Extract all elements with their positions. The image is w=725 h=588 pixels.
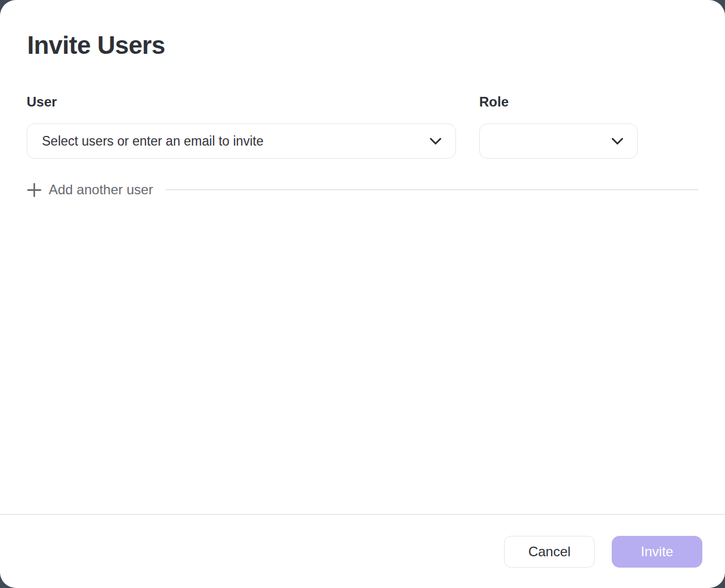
invite-users-modal: Invite Users User Select users or enter … xyxy=(0,0,725,588)
page-title: Invite Users xyxy=(27,32,165,59)
role-field-label: Role xyxy=(479,94,509,110)
footer-divider xyxy=(0,514,725,515)
cancel-button[interactable]: Cancel xyxy=(504,536,595,568)
plus-icon xyxy=(27,182,42,198)
add-row-divider xyxy=(165,189,698,190)
add-another-user-button[interactable]: Add another user xyxy=(27,182,153,198)
role-select[interactable] xyxy=(479,123,638,159)
invite-button[interactable]: Invite xyxy=(612,536,702,568)
user-select-placeholder: Select users or enter an email to invite xyxy=(42,134,263,149)
add-another-user-row: Add another user xyxy=(27,182,698,198)
add-another-user-label: Add another user xyxy=(49,182,153,198)
user-field-label: User xyxy=(27,94,57,110)
user-select[interactable]: Select users or enter an email to invite xyxy=(27,123,456,159)
chevron-down-icon xyxy=(611,138,624,145)
chevron-down-icon xyxy=(429,138,442,145)
